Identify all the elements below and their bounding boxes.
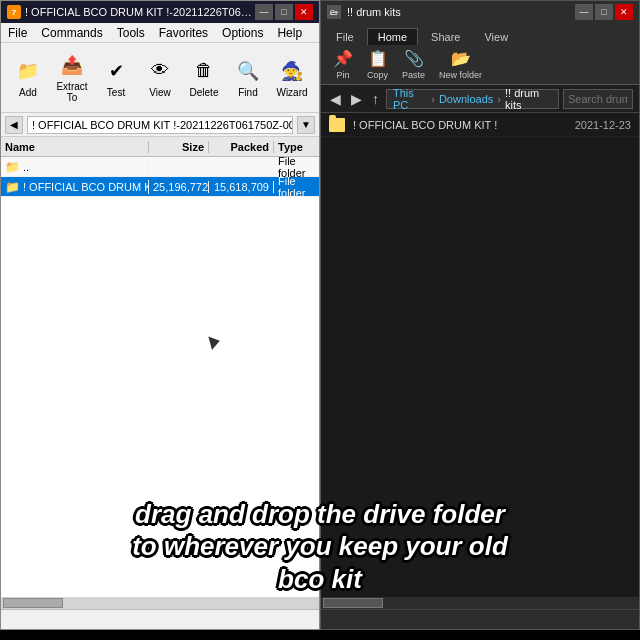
tab-share[interactable]: Share <box>420 28 471 45</box>
file-size-cell: 25,196,772 <box>149 181 209 193</box>
menu-file[interactable]: File <box>5 25 30 41</box>
subtitle-line3: bco kit <box>278 564 362 594</box>
ribbon-tabs: File Home Share View <box>321 23 639 45</box>
tab-view[interactable]: View <box>473 28 519 45</box>
view-button[interactable]: 👁 View <box>141 53 179 102</box>
right-minimize-button[interactable]: — <box>575 4 593 20</box>
menu-bar: File Commands Tools Favorites Options He… <box>1 23 319 43</box>
file-type-cell: File folder <box>274 175 319 199</box>
col-size-header[interactable]: Size <box>149 141 209 153</box>
folder-icon: 📁 <box>5 180 20 194</box>
col-type-header[interactable]: Type <box>274 141 319 153</box>
paste-button[interactable]: 📎 Paste <box>398 47 429 82</box>
add-label: Add <box>19 87 37 98</box>
paste-label: Paste <box>402 70 425 80</box>
title-bar-left: 7 ! OFFICIAL BCO DRUM KIT !-20211226T061… <box>7 5 255 19</box>
title-bar-controls: — □ ✕ <box>255 4 313 20</box>
folder-icon <box>329 118 345 132</box>
address-input[interactable]: ! OFFICIAL BCO DRUM KIT !-20211226T06175… <box>27 116 293 134</box>
pin-quick-access-button[interactable]: 📌 Pin <box>329 47 357 82</box>
wizard-button[interactable]: 🧙 Wizard <box>273 53 311 102</box>
menu-options[interactable]: Options <box>219 25 266 41</box>
extract-icon: 📤 <box>58 51 86 79</box>
right-close-button[interactable]: ✕ <box>615 4 633 20</box>
subtitle-line2: to wherever you keep your old <box>132 531 508 561</box>
search-input[interactable] <box>563 89 633 109</box>
up-folder-icon: 📁 <box>5 160 20 174</box>
menu-help[interactable]: Help <box>274 25 305 41</box>
app-icon-label: 7 <box>12 8 16 17</box>
back-button[interactable]: ◀ <box>5 116 23 134</box>
file-packed-cell: 15,618,709 <box>209 181 274 193</box>
add-icon: 📁 <box>14 57 42 85</box>
file-name: ! OFFICIAL BCO DRUM KIT ! <box>353 119 567 131</box>
delete-label: Delete <box>190 87 219 98</box>
file-name-cell: 📁 .. <box>1 160 149 174</box>
ribbon-actions: 📌 Pin 📋 Copy 📎 Paste 📂 New folder <box>329 47 486 82</box>
left-window-title: ! OFFICIAL BCO DRUM KIT !-20211226T06175… <box>25 6 255 18</box>
explorer-address-bar: ◀ ▶ ↑ This PC › Downloads › !! drum kits <box>321 85 639 113</box>
subtitle-overlay: drag and drop the drive folder to wherev… <box>0 488 640 606</box>
copy-button[interactable]: 📋 Copy <box>363 47 392 82</box>
table-row[interactable]: 📁 ! OFFICIAL BCO DRUM KIT ! 25,196,772 1… <box>1 177 319 197</box>
right-title-bar: 🗁 !! drum kits — □ ✕ <box>321 1 639 23</box>
breadcrumb-thispc: This PC <box>393 87 427 111</box>
test-button[interactable]: ✔ Test <box>97 53 135 102</box>
right-status-bar <box>321 609 639 629</box>
maximize-button[interactable]: □ <box>275 4 293 20</box>
delete-button[interactable]: 🗑 Delete <box>185 53 223 102</box>
file-list-header: Name Size Packed Type <box>1 137 319 157</box>
add-button[interactable]: 📁 Add <box>9 53 47 102</box>
file-name-cell: 📁 ! OFFICIAL BCO DRUM KIT ! <box>1 180 149 194</box>
view-icon: 👁 <box>146 57 174 85</box>
subtitle-text: drag and drop the drive folder to wherev… <box>20 498 620 596</box>
table-row[interactable]: 📁 .. File folder <box>1 157 319 177</box>
extract-label: Extract To <box>56 81 88 103</box>
new-folder-label: New folder <box>439 70 482 80</box>
copy-icon: 📋 <box>368 49 388 68</box>
tab-file[interactable]: File <box>325 28 365 45</box>
breadcrumb-sep2: › <box>497 93 501 105</box>
status-bar <box>1 609 319 629</box>
ribbon-bar: 📌 Pin 📋 Copy 📎 Paste 📂 New folder <box>321 45 639 85</box>
right-title-controls: — □ ✕ <box>575 4 633 20</box>
breadcrumb-downloads: Downloads <box>439 93 493 105</box>
list-item[interactable]: ! OFFICIAL BCO DRUM KIT ! 2021-12-23 <box>321 113 639 137</box>
new-folder-icon: 📂 <box>451 49 471 68</box>
address-bar: ◀ ! OFFICIAL BCO DRUM KIT !-20211226T061… <box>1 113 319 137</box>
col-name-header[interactable]: Name <box>1 141 149 153</box>
forward-nav-button[interactable]: ▶ <box>348 90 365 108</box>
paste-icon: 📎 <box>404 49 424 68</box>
test-icon: ✔ <box>102 57 130 85</box>
explorer-breadcrumb[interactable]: This PC › Downloads › !! drum kits <box>386 89 559 109</box>
right-title-left: 🗁 !! drum kits <box>327 5 401 19</box>
up-nav-button[interactable]: ↑ <box>369 90 382 108</box>
wizard-icon: 🧙 <box>278 57 306 85</box>
find-label: Find <box>238 87 257 98</box>
right-window-title: !! drum kits <box>347 6 401 18</box>
right-maximize-button[interactable]: □ <box>595 4 613 20</box>
col-packed-header[interactable]: Packed <box>209 141 274 153</box>
back-nav-button[interactable]: ◀ <box>327 90 344 108</box>
wizard-label: Wizard <box>276 87 307 98</box>
right-app-icon: 🗁 <box>327 5 341 19</box>
dropdown-button[interactable]: ▼ <box>297 116 315 134</box>
delete-icon: 🗑 <box>190 57 218 85</box>
new-folder-button[interactable]: 📂 New folder <box>435 47 486 82</box>
menu-commands[interactable]: Commands <box>38 25 105 41</box>
menu-favorites[interactable]: Favorites <box>156 25 211 41</box>
left-title-bar: 7 ! OFFICIAL BCO DRUM KIT !-20211226T061… <box>1 1 319 23</box>
menu-tools[interactable]: Tools <box>114 25 148 41</box>
extract-button[interactable]: 📤 Extract To <box>53 47 91 107</box>
find-button[interactable]: 🔍 Find <box>229 53 267 102</box>
copy-label: Copy <box>367 70 388 80</box>
toolbar: 📁 Add 📤 Extract To ✔ Test 👁 View 🗑 Delet… <box>1 43 319 113</box>
tab-home[interactable]: Home <box>367 28 418 45</box>
test-label: Test <box>107 87 125 98</box>
app-icon: 7 <box>7 5 21 19</box>
close-button[interactable]: ✕ <box>295 4 313 20</box>
minimize-button[interactable]: — <box>255 4 273 20</box>
find-icon: 🔍 <box>234 57 262 85</box>
breadcrumb-drumkits: !! drum kits <box>505 87 552 111</box>
pin-label: Pin <box>336 70 349 80</box>
